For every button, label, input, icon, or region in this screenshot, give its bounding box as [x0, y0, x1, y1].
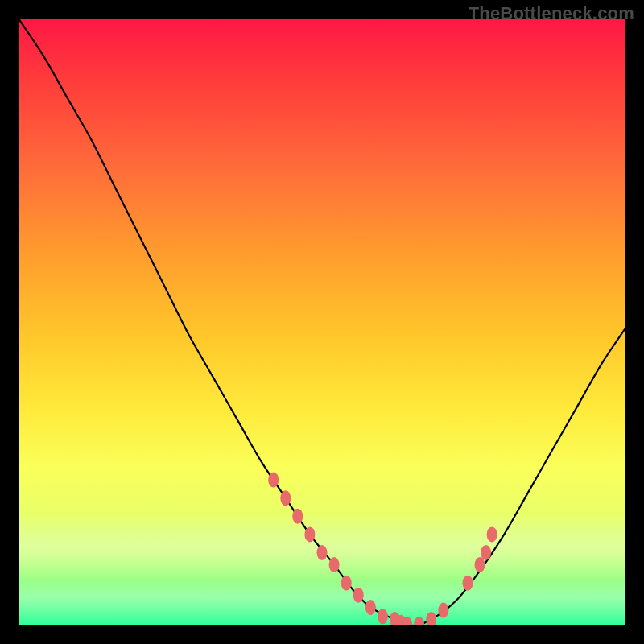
- highlight-marker: [378, 609, 388, 624]
- highlight-marker: [463, 576, 473, 591]
- chart-frame: TheBottleneck.com: [0, 0, 644, 644]
- bottleneck-curve: [19, 19, 625, 625]
- highlight-marker: [304, 526, 315, 542]
- highlight-marker: [292, 509, 303, 524]
- highlight-marker: [414, 617, 424, 625]
- watermark-label: TheBottleneck.com: [469, 3, 634, 24]
- highlight-marker: [341, 576, 352, 591]
- highlight-marker: [365, 600, 376, 615]
- highlight-marker: [438, 603, 448, 618]
- plot-area: [19, 19, 625, 625]
- highlight-markers: [268, 473, 497, 626]
- highlight-marker: [280, 490, 291, 506]
- highlight-marker: [426, 612, 436, 625]
- curve-svg: [19, 19, 625, 625]
- highlight-marker: [329, 557, 340, 572]
- highlight-marker: [317, 545, 328, 560]
- highlight-marker: [268, 473, 279, 488]
- highlight-marker: [353, 588, 364, 603]
- highlight-marker: [481, 545, 491, 560]
- highlight-marker: [487, 526, 497, 542]
- highlight-marker: [475, 557, 485, 572]
